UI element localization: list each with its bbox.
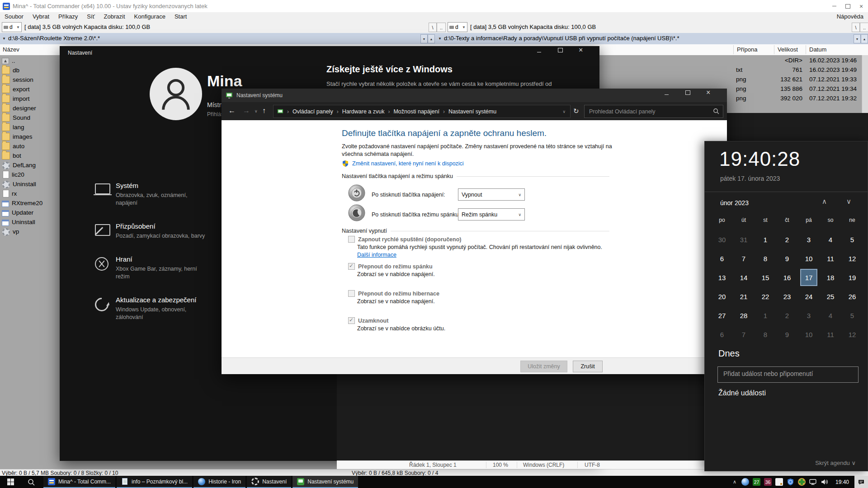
agenda-add-event[interactable]	[717, 366, 859, 383]
tc-menu-napoveda[interactable]: Nápověda	[832, 13, 868, 20]
calendar-day[interactable]: 18	[820, 268, 841, 287]
calendar-day[interactable]: 15	[755, 268, 776, 287]
calendar-day[interactable]: 9	[776, 249, 798, 268]
calendar-day[interactable]: 30	[711, 230, 733, 249]
start-button[interactable]	[0, 476, 21, 488]
search-icon[interactable]	[713, 108, 719, 114]
right-root-button[interactable]: \	[852, 23, 860, 32]
calendar-day[interactable]: 22	[755, 287, 776, 306]
taskbar-app-button[interactable]: Nastavení systému	[292, 476, 358, 488]
settings-category[interactable]: Systém Obrazovka, zvuk, oznámení, napáje…	[95, 182, 231, 207]
calendar-day[interactable]: 19	[841, 268, 863, 287]
taskbar-app-button[interactable]: Historie - Iron	[193, 476, 245, 488]
breadcrumb-item[interactable]: Ovládací panely	[292, 108, 333, 115]
calendar-day[interactable]: 8	[755, 325, 776, 344]
checkbox[interactable]	[348, 263, 355, 270]
right-drive-selector[interactable]: d ▼	[448, 22, 467, 32]
calendar-day[interactable]: 1	[755, 230, 776, 249]
calendar-day[interactable]: 28	[733, 306, 755, 325]
network-icon[interactable]	[809, 478, 817, 486]
calendar-day[interactable]: 7	[733, 325, 755, 344]
tray-red-badge-icon[interactable]: 36	[764, 478, 772, 486]
breadcrumb-item[interactable]: Nastavení systému	[448, 108, 496, 115]
calendar-day[interactable]: 10	[798, 249, 820, 268]
calendar-next-month-chevron[interactable]: ∨	[846, 197, 851, 206]
cancel-button[interactable]: Zrušit	[573, 361, 603, 372]
tray-document-icon[interactable]	[775, 478, 783, 486]
tc-minimize-button[interactable]	[827, 0, 841, 12]
checkbox[interactable]	[348, 236, 355, 243]
tc-menu-prikazy[interactable]: Příkazy	[54, 13, 82, 20]
calendar-day[interactable]: 7	[733, 249, 755, 268]
calendar-day[interactable]: 23	[776, 287, 798, 306]
checkbox[interactable]	[348, 290, 355, 297]
tc-menu-zobrazit[interactable]: Zobrazit	[99, 13, 130, 20]
left-hotlist-button[interactable]: ▲	[428, 34, 435, 43]
forward-button[interactable]: →	[243, 107, 250, 115]
recent-pages-chevron[interactable]: ∨	[255, 109, 258, 113]
search-input[interactable]	[588, 107, 708, 116]
calendar-day[interactable]: 6	[711, 325, 733, 344]
back-button[interactable]: ←	[228, 107, 236, 115]
left-history-button[interactable]: ▼	[420, 34, 428, 43]
sleep-action-select[interactable]: Režim spánku ∨	[458, 208, 525, 221]
hide-agenda-button[interactable]: Skrýt agendu ∨	[815, 460, 856, 466]
left-root-button[interactable]: \	[429, 23, 437, 32]
tray-overflow-chevron[interactable]: ∧	[730, 479, 740, 485]
file-row[interactable]: <DIR> 16.02.2023 19:46	[721, 56, 868, 66]
calendar-day[interactable]: 24	[798, 287, 820, 306]
left-path[interactable]: d:\8-Sázení\Roulette Xtreme 2.0\*.*	[8, 35, 100, 42]
calendar-prev-month-chevron[interactable]: ∧	[822, 197, 827, 206]
left-up-button[interactable]: ..	[437, 23, 446, 32]
clock-date[interactable]: pátek 17. února 2023	[720, 175, 780, 182]
speaker-icon[interactable]	[821, 478, 828, 486]
file-row[interactable]: png 132 621 07.12.2021 19:33	[721, 75, 868, 84]
refresh-icon[interactable]: ↻	[573, 107, 579, 115]
calendar-day[interactable]: 5	[841, 306, 863, 325]
calendar-day[interactable]: 16	[776, 268, 798, 287]
settings-category[interactable]: Přizpůsobení Pozadí, zamykací obrazovka,…	[95, 222, 231, 240]
save-changes-button[interactable]: Uložit změny	[520, 361, 567, 372]
left-drive-selector[interactable]: d ▼	[2, 22, 22, 32]
calendar-day[interactable]: 12	[841, 249, 863, 268]
calendar-day[interactable]: 12	[841, 325, 863, 344]
calendar-day[interactable]: 11	[820, 325, 841, 344]
calendar-day[interactable]: 2	[776, 306, 798, 325]
right-path[interactable]: d:\0-Texty a informace\Rady a porady\Vup…	[444, 35, 679, 42]
calendar-day[interactable]: 8	[755, 249, 776, 268]
calendar-day[interactable]: 4	[820, 230, 841, 249]
path-dropdown-icon[interactable]: ▼	[438, 37, 442, 41]
taskbar-search-button[interactable]	[21, 476, 42, 488]
tc-menu-soubor[interactable]: Soubor	[0, 13, 28, 20]
calendar-day[interactable]: 13	[711, 268, 733, 287]
settings-category[interactable]: Hraní Xbox Game Bar, záznamy, herní reži…	[95, 255, 231, 281]
column-header-datum[interactable]: Datum	[809, 46, 826, 53]
calendar-day[interactable]: 1	[755, 306, 776, 325]
tc-menu-sit[interactable]: Síť	[82, 13, 99, 20]
taskbar-clock[interactable]: 19:40	[830, 479, 854, 485]
taskbar-app-button[interactable]: Nastavení	[247, 476, 291, 488]
calendar-day[interactable]: 5	[841, 230, 863, 249]
up-button[interactable]: ↑	[262, 107, 266, 115]
control-panel-search[interactable]	[584, 105, 723, 118]
settings-category[interactable]: Aktualizace a zabezpečení Windows Update…	[95, 296, 231, 321]
action-center-button[interactable]	[854, 476, 868, 488]
tray-shield-icon[interactable]	[787, 478, 794, 486]
tray-sphere-icon[interactable]	[741, 478, 749, 486]
file-row[interactable]: txt 761 16.02.2023 19:49	[721, 66, 868, 75]
calendar-day[interactable]: 9	[776, 325, 798, 344]
cpl-minimize-button[interactable]	[665, 89, 685, 102]
calendar-day[interactable]: 14	[733, 268, 755, 287]
calendar-day[interactable]: 17	[798, 268, 820, 287]
more-info-link[interactable]: Další informace	[357, 252, 396, 258]
tc-maximize-button[interactable]	[841, 0, 854, 12]
calendar-day[interactable]: 25	[820, 287, 841, 306]
address-bar[interactable]: ›Ovládací panely ›Hardware a zvuk ›Možno…	[273, 105, 571, 118]
tc-menu-start[interactable]: Start	[170, 13, 191, 20]
calendar-day[interactable]: 6	[711, 249, 733, 268]
calendar-day[interactable]: 2	[776, 230, 798, 249]
calendar-day[interactable]: 27	[711, 306, 733, 325]
file-row[interactable]: png 392 020 07.12.2021 19:32	[721, 94, 868, 103]
file-row[interactable]: png 135 886 07.12.2021 19:34	[721, 84, 868, 94]
calendar-day[interactable]: 20	[711, 287, 733, 306]
